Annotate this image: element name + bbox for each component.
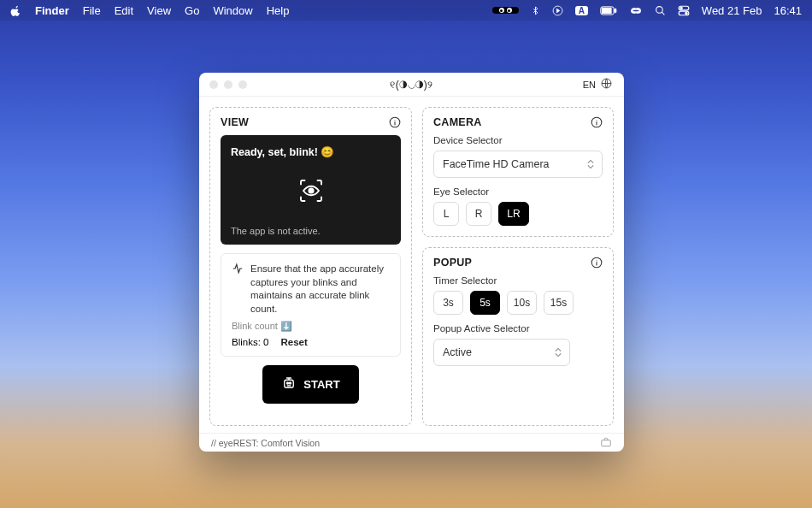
window-title: ୧(◑◡◑)୨ [390, 79, 433, 91]
app-tray-icon[interactable] [492, 7, 519, 14]
svg-rect-2 [602, 8, 611, 13]
svg-point-11 [309, 188, 313, 192]
bluetooth-icon[interactable] [531, 5, 540, 16]
popup-panel: POPUP Timer Selector 3s 5s 10s 15s Popup… [422, 247, 614, 426]
menu-edit[interactable]: Edit [115, 4, 133, 17]
timer-selector: 3s 5s 10s 15s [433, 291, 603, 315]
start-button-label: START [303, 378, 339, 391]
activity-icon [232, 263, 244, 316]
eye-scan-icon [296, 175, 327, 210]
device-selector[interactable]: FaceTime HD Camera [433, 151, 603, 178]
robot-icon [281, 375, 297, 393]
chevron-updown-icon [587, 160, 594, 169]
window-controls[interactable] [209, 80, 247, 89]
device-selector-label: Device Selector [433, 135, 603, 145]
blinks-value: Blinks: 0 [232, 337, 268, 347]
menu-help[interactable]: Help [267, 4, 290, 17]
view-title: VIEW [221, 116, 249, 128]
preview-area: Ready, set, blink! 😊 The app is not acti… [221, 135, 401, 245]
link-icon[interactable] [629, 6, 643, 15]
menu-view[interactable]: View [147, 4, 171, 17]
info-icon[interactable] [591, 257, 603, 269]
info-icon[interactable] [591, 116, 603, 128]
svg-point-6 [680, 7, 682, 9]
popup-active-selector[interactable]: Active [433, 339, 570, 366]
apple-logo-icon[interactable] [10, 5, 21, 16]
play-circle-icon[interactable] [552, 5, 563, 16]
eye-selector-label: Eye Selector [433, 186, 603, 197]
battery-icon[interactable] [600, 6, 617, 15]
menubar: Finder File Edit View Go Window Help A W… [0, 0, 812, 21]
menubar-date[interactable]: Wed 21 Feb [702, 4, 762, 17]
preview-heading: Ready, set, blink! 😊 [231, 145, 391, 158]
hint-text: Ensure that the app accurately captures … [250, 263, 390, 316]
svg-rect-17 [602, 440, 611, 446]
briefcase-icon[interactable] [600, 437, 612, 449]
camera-panel: CAMERA Device Selector FaceTime HD Camer… [422, 107, 614, 237]
menubar-right: A Wed 21 Feb 16:41 [492, 4, 802, 17]
footer: // eyeREST: Comfort Vision [199, 433, 624, 452]
app-window: ୧(◑◡◑)୨ EN VIEW Ready, set, blink! 😊 [199, 73, 624, 452]
hint-card: Ensure that the app accurately captures … [221, 253, 401, 357]
svg-point-4 [656, 6, 662, 13]
info-icon[interactable] [389, 116, 401, 128]
start-button[interactable]: START [262, 365, 358, 404]
eye-option-l[interactable]: L [433, 202, 459, 226]
timer-option-10s[interactable]: 10s [507, 291, 537, 315]
titlebar: ୧(◑◡◑)୨ EN [199, 73, 624, 97]
search-icon[interactable] [655, 5, 666, 16]
close-icon[interactable] [209, 80, 218, 89]
globe-icon[interactable] [601, 78, 612, 91]
blink-count-label: Blink count ⬇️ [232, 321, 292, 332]
reset-button[interactable]: Reset [280, 337, 307, 347]
menu-window[interactable]: Window [213, 4, 252, 17]
minimize-icon[interactable] [224, 80, 232, 89]
svg-point-13 [287, 382, 289, 384]
eye-option-lr[interactable]: LR [498, 202, 529, 226]
input-source-icon[interactable]: A [575, 6, 588, 15]
zoom-icon[interactable] [238, 80, 247, 89]
menubar-left: Finder File Edit View Go Window Help [10, 4, 289, 17]
svg-point-8 [685, 12, 687, 14]
view-panel: VIEW Ready, set, blink! 😊 [209, 107, 412, 426]
menu-file[interactable]: File [83, 4, 101, 17]
menubar-app[interactable]: Finder [35, 4, 69, 17]
camera-title: CAMERA [433, 116, 482, 128]
footer-text: // eyeREST: Comfort Vision [211, 438, 320, 448]
popup-title: POPUP [433, 257, 472, 269]
timer-selector-label: Timer Selector [433, 275, 603, 286]
chevron-updown-icon [555, 348, 562, 357]
svg-rect-3 [615, 9, 616, 13]
timer-option-5s[interactable]: 5s [470, 291, 500, 315]
control-center-icon[interactable] [678, 5, 690, 16]
popup-active-label: Popup Active Selector [433, 323, 603, 334]
svg-point-14 [290, 382, 291, 384]
lang-label[interactable]: EN [583, 80, 596, 90]
timer-option-15s[interactable]: 15s [544, 291, 574, 315]
eye-option-r[interactable]: R [466, 202, 491, 226]
timer-option-3s[interactable]: 3s [433, 291, 463, 315]
menubar-time[interactable]: 16:41 [774, 4, 802, 17]
eye-selector: L R LR [433, 202, 603, 226]
menu-go[interactable]: Go [185, 4, 199, 17]
preview-status: The app is not active. [231, 226, 391, 236]
